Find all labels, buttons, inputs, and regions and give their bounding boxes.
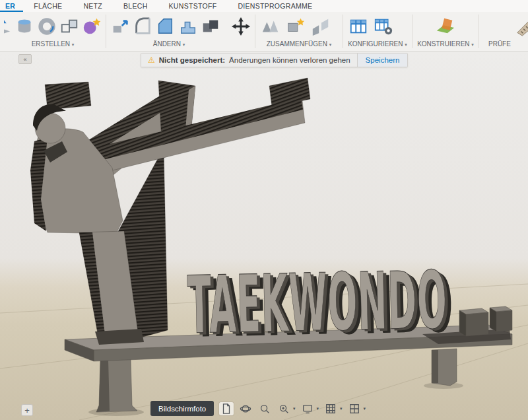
fit-view-icon[interactable] (257, 402, 272, 415)
grid-settings-icon[interactable] (323, 402, 338, 415)
joint-icon[interactable] (310, 15, 332, 38)
model-text-taekwondo[interactable]: TAEKWONDO TAEKWONDO TAEKWONDO (187, 254, 455, 355)
toolbar-group-aendern: ÄNDERN ▾ (106, 12, 255, 51)
ribbon-toolbar: ERSTELLEN ▾ (0, 12, 528, 52)
chevron-down-icon[interactable]: ▾ (317, 406, 319, 411)
navigation-bar: ▾ ▾ ▾ ▾ (219, 402, 366, 415)
rectangular-pattern-icon[interactable] (59, 15, 79, 38)
konfigurieren-label: KONFIGURIEREN (348, 40, 403, 48)
chevron-down-icon[interactable]: ▾ (293, 406, 296, 411)
form-sphere-icon[interactable] (82, 15, 102, 38)
tab-netz[interactable]: NETZ (73, 0, 113, 12)
pruefen-menu-button[interactable]: PRÜFE (479, 39, 528, 50)
standing-foot (95, 329, 144, 345)
warning-text: Änderungen können verloren gehen (229, 56, 350, 64)
warning-title: Nicht gespeichert: (159, 56, 225, 64)
extrude-icon[interactable] (4, 15, 12, 38)
move-copy-icon[interactable] (231, 15, 251, 38)
display-settings-icon[interactable] (300, 402, 315, 415)
tab-flaeche[interactable]: FLÄCHE (23, 0, 73, 12)
erstellen-label: ERSTELLEN (32, 40, 70, 48)
new-component-icon[interactable] (284, 15, 307, 38)
toolbar-group-erstellen: ERSTELLEN ▾ (0, 12, 106, 51)
revolve-icon[interactable] (37, 15, 57, 38)
konstruieren-label: KONSTRUIEREN (417, 40, 469, 48)
pruefen-label: PRÜFE (488, 40, 511, 48)
toolbar-group-pruefen: PRÜFE (479, 12, 528, 51)
toolbar-group-zusammenfuegen: ZUSAMMENFÜGEN ▾ (255, 12, 343, 51)
tab-kunststoff[interactable]: KUNSTSTOFF (158, 0, 228, 12)
aendern-label: ÄNDERN (153, 40, 181, 48)
chevron-down-icon[interactable]: ▾ (364, 406, 366, 411)
konstruieren-menu-button[interactable]: KONSTRUIEREN ▾ (412, 39, 478, 50)
shell-icon[interactable] (178, 15, 198, 38)
tab-volumenkoerper[interactable]: ER (0, 0, 23, 12)
warning-icon: ⚠ (148, 55, 155, 65)
toolbar-group-konfigurieren: KONFIGURIEREN ▾ (343, 12, 412, 51)
chevron-down-icon: ▾ (329, 42, 332, 47)
model-scene: TAEKWONDO TAEKWONDO TAEKWONDO (0, 52, 528, 420)
configuration-table-icon[interactable] (347, 15, 370, 38)
browser-collapse-icon[interactable]: « (18, 54, 32, 64)
warning-message-area: ⚠ Nicht gespeichert: Änderungen können v… (141, 53, 357, 67)
assembly-icon[interactable] (259, 15, 282, 38)
chevron-down-icon: ▾ (471, 42, 474, 47)
press-pull-icon[interactable] (110, 15, 130, 38)
zoom-window-icon[interactable] (277, 402, 291, 415)
menu-bar: ER FLÄCHE NETZ BLECH KUNSTSTOFF DIENSTPR… (0, 0, 528, 12)
viewports-icon[interactable] (347, 402, 362, 415)
unsaved-warning-bar: ⚠ Nicht gespeichert: Änderungen können v… (141, 53, 408, 67)
aendern-menu-button[interactable]: ÄNDERN ▾ (106, 39, 232, 50)
chevron-down-icon[interactable]: ▾ (340, 406, 343, 411)
toolbar-group-konstruieren: KONSTRUIEREN ▾ (412, 12, 478, 51)
measure-icon[interactable] (515, 15, 528, 38)
fusion-app-window: ER FLÄCHE NETZ BLECH KUNSTSTOFF DIENSTPR… (0, 0, 528, 420)
tab-blech[interactable]: BLECH (113, 0, 158, 12)
chevron-down-icon: ▾ (183, 42, 185, 47)
fillet-icon[interactable] (133, 15, 152, 38)
save-button[interactable]: Speichern (357, 53, 408, 67)
chevron-down-icon: ▾ (405, 42, 407, 47)
configuration-insert-icon[interactable] (372, 15, 395, 38)
cylinder-primitive-icon[interactable] (15, 15, 34, 38)
add-button[interactable]: + (21, 404, 33, 416)
orbit-icon[interactable] (238, 402, 253, 415)
screenshot-page-icon[interactable] (219, 402, 234, 415)
viewport-canvas[interactable]: TAEKWONDO TAEKWONDO TAEKWONDO « ⚠ Nicht … (0, 52, 528, 420)
erstellen-menu-button[interactable]: ERSTELLEN ▾ (0, 39, 106, 50)
konfigurieren-menu-button[interactable]: KONFIGURIEREN ▾ (343, 39, 412, 50)
fist (269, 78, 310, 107)
zusammenfuegen-menu-button[interactable]: ZUSAMMENFÜGEN ▾ (255, 39, 343, 50)
tab-dienstprogramme[interactable]: DIENSTPROGRAMME (227, 0, 323, 12)
chevron-down-icon: ▾ (72, 42, 75, 47)
chamfer-icon[interactable] (155, 15, 175, 38)
combine-icon[interactable] (201, 15, 220, 38)
zusammenfuegen-label: ZUSAMMENFÜGEN (267, 40, 327, 48)
text-front-face: TAEKWONDO (187, 254, 448, 351)
tooltip-bildschirmfoto: Bildschirmfoto (150, 401, 214, 416)
construction-plane-icon[interactable] (434, 15, 457, 38)
